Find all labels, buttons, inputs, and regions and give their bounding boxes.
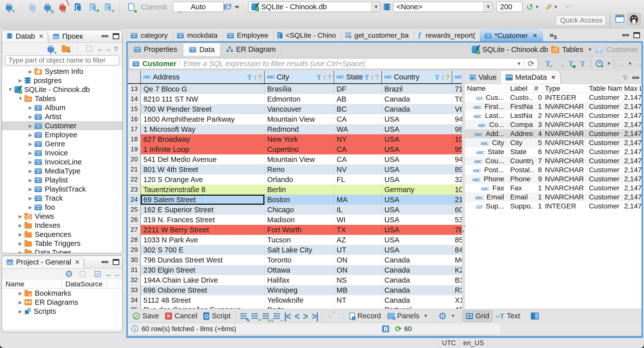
tab-database-navigator[interactable]: Datab ✕ — [2, 30, 48, 42]
expand-arrow-icon[interactable] — [17, 232, 24, 237]
magic-wand-icon[interactable]: ✎▼ — [546, 2, 557, 13]
cell-city[interactable]: Orlando — [265, 175, 334, 185]
table-row[interactable]: 34 5112 48 Street Yellowknife NT Canada … — [128, 295, 462, 305]
metadata-row[interactable]: Co... Compa... 3 NVARCHAR Customer 2,147… — [465, 120, 641, 129]
view-menu-icon[interactable]: ▽ — [623, 74, 627, 81]
cell-country[interactable]: USA — [382, 245, 452, 255]
expand-arrow-icon[interactable] — [27, 159, 34, 165]
cell-state[interactable]: AB — [334, 94, 382, 104]
expand-arrow-icon[interactable] — [27, 114, 34, 120]
expand-arrow-icon[interactable] — [27, 204, 34, 210]
cell-country[interactable]: USA — [382, 195, 452, 205]
cell-postalcode[interactable]: 53 — [452, 215, 462, 225]
table-row[interactable]: 29 302 S 700 E Salt Lake City UT USA 84 — [128, 245, 462, 255]
close-icon[interactable]: ✕ — [533, 32, 538, 39]
expand-all-icon[interactable]: + — [92, 269, 103, 280]
cell-postalcode[interactable]: 71 — [452, 84, 462, 94]
cell-city[interactable]: Edmonton — [265, 94, 334, 104]
cell-address[interactable]: 319 N. Frances Street — [141, 215, 265, 225]
metadata-row[interactable]: City City 5 NVARCHAR Customer 2,147,483 — [465, 138, 641, 147]
project-item[interactable]: Bookmarks — [2, 289, 122, 298]
table-row[interactable]: 20 541 Del Medio Avenue Mountain View CA… — [128, 154, 462, 164]
expand-arrow-icon[interactable] — [17, 299, 24, 305]
cell-country[interactable]: Canada — [382, 285, 452, 295]
cell-state[interactable]: DF — [334, 84, 382, 94]
column-header-maxlength[interactable]: Max L — [622, 84, 641, 93]
grid-view-button[interactable]: Grid — [463, 310, 493, 322]
row-number-header[interactable] — [128, 71, 141, 83]
column-header-address[interactable]: Address ↕? — [141, 71, 265, 83]
commit-label[interactable]: Commit — [141, 3, 167, 11]
cell-country[interactable]: USA — [382, 124, 452, 134]
project-item[interactable]: ER Diagrams — [2, 298, 122, 307]
cell-postalcode[interactable]: 60 — [452, 205, 462, 215]
cell-address[interactable]: 2211 W Berry Street — [141, 225, 265, 235]
maximize-icon[interactable] — [633, 32, 640, 38]
panels-button[interactable]: Panels▼ — [384, 310, 431, 322]
table-row[interactable]: 35 Rua dos Campeões Europeus Porto Portu… — [128, 305, 462, 309]
connection-dropdown-icon[interactable]: ▼ — [371, 2, 380, 12]
filter-icon[interactable] — [247, 75, 252, 80]
link-with-editor-icon[interactable]: ←→ — [99, 43, 110, 54]
tab-projects[interactable]: Проек — [48, 30, 87, 42]
row-number-cell[interactable]: 23 — [128, 185, 141, 195]
cell-city[interactable]: Madison — [265, 215, 334, 225]
filter-icon[interactable] — [316, 75, 322, 80]
row-number-cell[interactable]: 35 — [128, 305, 141, 309]
expand-arrow-icon[interactable] — [17, 213, 24, 219]
column-header-city[interactable]: City ↕? — [265, 71, 334, 83]
cell-postalcode[interactable]: 94 — [452, 114, 462, 124]
cell-postalcode[interactable]: 89 — [452, 164, 462, 175]
tree-item[interactable]: foo — [2, 203, 122, 212]
schema-dropdown-icon[interactable]: ▼ — [484, 2, 493, 12]
connection-selector[interactable]: SQLite - Chinook.db ▼ — [248, 2, 381, 12]
tree-item[interactable]: Artist — [2, 112, 122, 121]
cell-country[interactable]: Canada — [382, 94, 452, 104]
tree-item[interactable]: MediaType — [2, 166, 122, 176]
cell-city[interactable]: Redmond — [265, 124, 334, 134]
text-view-button[interactable]: ‹›TText — [493, 310, 523, 322]
project-item[interactable]: Scripts — [2, 307, 122, 316]
cell-country[interactable]: USA — [382, 205, 452, 215]
cell-postalcode[interactable]: R3 — [452, 285, 462, 295]
metadata-row[interactable]: Email Email 1 NVARCHAR Customer 2,147,48… — [465, 193, 641, 202]
tree-item[interactable]: Data Types — [2, 248, 122, 253]
expand-arrow-icon[interactable] — [17, 250, 24, 254]
metadata-row[interactable]: State State 6 NVARCHAR Customer 2,147,48… — [465, 147, 641, 156]
cell-country[interactable]: USA — [382, 175, 452, 185]
expand-arrow-icon[interactable] — [17, 78, 24, 83]
cell-state[interactable]: MA — [334, 195, 382, 205]
tree-item[interactable]: Employee — [2, 130, 122, 139]
table-row[interactable]: 26 319 N. Frances Street Madison WI USA … — [128, 215, 462, 225]
cell-postalcode[interactable]: T6 — [452, 94, 462, 104]
metadata-row[interactable]: Cus... Custo... 0 INTEGER Customer 2,147… — [465, 93, 641, 102]
cell-country[interactable]: USA — [382, 134, 452, 144]
tree-item[interactable]: SQLite - Chinook.db — [2, 85, 122, 94]
link-with-editor-icon[interactable]: ←→ — [107, 269, 118, 280]
table-row[interactable]: 23 Tauentzienstraße 8 Berlin Germany 10 — [128, 185, 462, 195]
cell-postalcode[interactable]: 21 — [452, 195, 462, 205]
grid-settings-button[interactable]: ⚙▼ — [435, 310, 458, 322]
cell-state[interactable]: WI — [334, 215, 382, 225]
tree-item[interactable]: System Info — [2, 67, 122, 76]
minimize-icon[interactable] — [622, 34, 629, 36]
sort-icon[interactable]: ↕ — [441, 73, 445, 81]
cell-city[interactable]: Reno — [265, 164, 334, 175]
cell-country[interactable]: Canada — [382, 265, 452, 275]
column-header-name[interactable]: Name — [465, 84, 508, 93]
fetch-previous-icon[interactable]: ← — [617, 58, 626, 69]
sort-icon[interactable]: ↕ — [254, 73, 257, 81]
cell-city[interactable]: Chicago — [265, 205, 334, 215]
expand-arrow-icon[interactable] — [17, 96, 24, 101]
table-row[interactable]: 27 2211 W Berry Street Fort Worth TX USA… — [128, 225, 462, 235]
expand-arrow-icon[interactable] — [27, 177, 34, 183]
tab-project-general[interactable]: Project - General ✕ — [2, 256, 84, 268]
cell-postalcode[interactable]: 32 — [452, 175, 462, 185]
filter-history-dropdown-icon[interactable]: ▼ — [514, 61, 524, 67]
cell-country[interactable]: Canada — [382, 275, 452, 285]
sql-editor-icon[interactable] — [72, 2, 83, 13]
cell-state[interactable]: AZ — [334, 235, 382, 245]
script-button[interactable]: Script — [200, 310, 233, 322]
filter-icon[interactable] — [364, 75, 370, 80]
cell-postalcode[interactable]: X1 — [452, 295, 462, 305]
